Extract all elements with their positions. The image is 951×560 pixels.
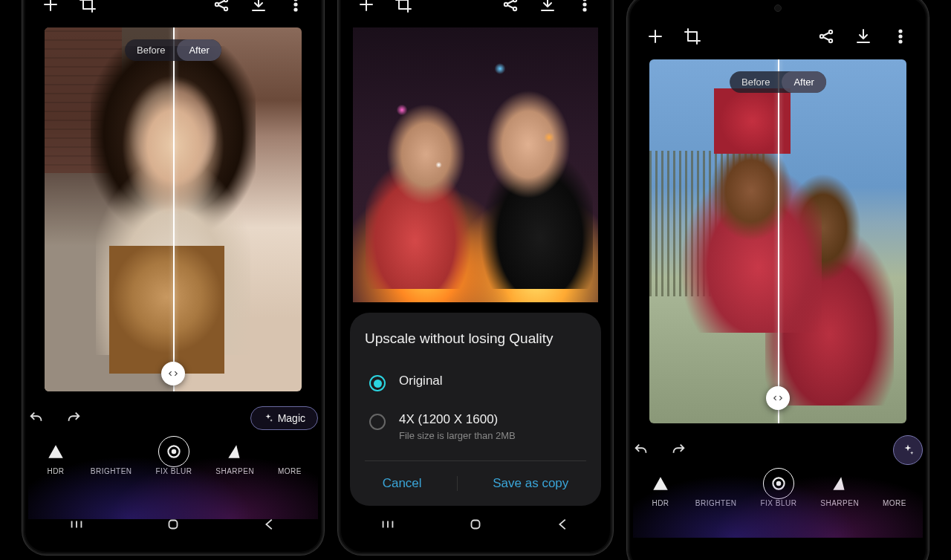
effect-sharpen[interactable]: SHARPEN xyxy=(820,472,859,507)
android-navbar xyxy=(28,510,318,541)
svg-point-5 xyxy=(294,8,296,10)
svg-rect-8 xyxy=(169,521,178,529)
nav-home-icon[interactable] xyxy=(165,516,181,535)
download-icon[interactable] xyxy=(250,0,267,13)
svg-point-23 xyxy=(776,481,782,486)
svg-point-22 xyxy=(773,478,784,489)
nav-back-icon[interactable] xyxy=(262,516,278,535)
svg-point-14 xyxy=(583,8,585,10)
effect-fixblur[interactable]: FIX BLUR xyxy=(155,440,192,475)
kebab-icon[interactable] xyxy=(576,0,594,13)
add-icon[interactable] xyxy=(646,27,664,45)
magic-label: Magic xyxy=(278,412,305,424)
radio-icon xyxy=(369,375,386,391)
save-as-copy-button[interactable]: Save as copy xyxy=(493,476,568,491)
download-icon[interactable] xyxy=(854,27,872,45)
svg-point-21 xyxy=(899,40,901,42)
redo-icon[interactable] xyxy=(670,442,687,458)
phone-2: Upscale without losing Quality Original … xyxy=(338,0,613,555)
effect-fixblur[interactable]: FIX BLUR xyxy=(760,472,796,507)
crop-icon[interactable] xyxy=(79,0,97,13)
effects-row: HDR BRIGHTEN FIX BLUR SHARPEN MORE xyxy=(633,472,923,507)
after-label[interactable]: After xyxy=(177,39,221,61)
svg-point-6 xyxy=(168,446,179,457)
before-after-toggle[interactable]: Before After xyxy=(125,39,221,61)
nav-home-icon[interactable] xyxy=(467,516,484,535)
add-icon[interactable] xyxy=(42,0,59,13)
android-navbar xyxy=(344,510,607,541)
before-label[interactable]: Before xyxy=(730,71,782,93)
divider xyxy=(457,476,458,491)
side-button xyxy=(927,174,929,211)
share-icon[interactable] xyxy=(817,27,835,45)
compare-slider-handle[interactable] xyxy=(161,362,185,385)
radio-original[interactable]: Original xyxy=(365,363,586,402)
share-icon[interactable] xyxy=(502,0,519,13)
editor-toolbar xyxy=(28,0,318,27)
image-preview[interactable] xyxy=(353,27,598,302)
cancel-button[interactable]: Cancel xyxy=(383,476,422,491)
image-preview[interactable]: Before After xyxy=(45,27,302,391)
upscale-sheet: Upscale without losing Quality Original … xyxy=(350,313,601,506)
editor-toolbar xyxy=(344,0,607,27)
share-icon[interactable] xyxy=(212,0,230,13)
side-button xyxy=(927,114,929,166)
magic-button[interactable]: Magic xyxy=(250,406,318,430)
side-button xyxy=(322,126,324,163)
effect-brighten[interactable]: BRIGHTEN xyxy=(91,440,132,475)
camera-notch xyxy=(774,4,782,12)
compare-slider-handle[interactable] xyxy=(766,386,790,410)
undo-icon[interactable] xyxy=(633,442,649,458)
side-button xyxy=(322,66,324,118)
svg-rect-15 xyxy=(472,521,480,529)
phone-1: Before After Magic HDR BRIGHTEN FIX BLUR… xyxy=(22,0,324,555)
effect-brighten[interactable]: BRIGHTEN xyxy=(695,472,737,507)
crop-icon[interactable] xyxy=(684,27,701,45)
sheet-title: Upscale without losing Quality xyxy=(365,331,586,347)
after-label[interactable]: After xyxy=(782,71,825,93)
phone-3: Before After HDR BRIGHTEN FIX BLUR SHARP… xyxy=(627,0,929,560)
image-preview[interactable]: Before After xyxy=(649,59,906,423)
kebab-icon[interactable] xyxy=(892,27,909,45)
effect-more[interactable]: MORE xyxy=(883,472,906,507)
effect-hdr[interactable]: HDR xyxy=(649,472,672,507)
download-icon[interactable] xyxy=(539,0,556,13)
svg-point-13 xyxy=(583,3,585,5)
redo-icon[interactable] xyxy=(65,410,82,426)
divider xyxy=(365,460,586,461)
radio-4x[interactable]: 4X (1200 X 1600) File size is larger tha… xyxy=(365,402,586,452)
effects-row: HDR BRIGHTEN FIX BLUR SHARPEN MORE xyxy=(28,440,318,475)
kebab-icon[interactable] xyxy=(287,0,305,13)
svg-point-4 xyxy=(294,3,296,5)
svg-point-20 xyxy=(899,35,901,37)
radio-icon xyxy=(369,414,386,430)
compare-slider-line xyxy=(778,59,779,423)
effect-more[interactable]: MORE xyxy=(278,440,302,475)
svg-point-12 xyxy=(583,0,585,1)
magic-button[interactable] xyxy=(893,435,923,465)
effect-sharpen[interactable]: SHARPEN xyxy=(215,440,254,475)
undo-icon[interactable] xyxy=(28,410,45,426)
nav-recents-icon[interactable] xyxy=(68,516,85,535)
compare-slider-line xyxy=(173,27,175,391)
svg-point-3 xyxy=(294,0,296,1)
editor-toolbar xyxy=(633,13,923,59)
effect-hdr[interactable]: HDR xyxy=(45,440,67,475)
nav-recents-icon[interactable] xyxy=(380,516,396,535)
svg-point-7 xyxy=(172,449,177,455)
nav-back-icon[interactable] xyxy=(555,516,571,535)
add-icon[interactable] xyxy=(357,0,375,13)
before-after-toggle[interactable]: Before After xyxy=(730,71,826,93)
crop-icon[interactable] xyxy=(395,0,412,13)
svg-point-19 xyxy=(899,30,901,32)
before-label[interactable]: Before xyxy=(125,39,177,61)
